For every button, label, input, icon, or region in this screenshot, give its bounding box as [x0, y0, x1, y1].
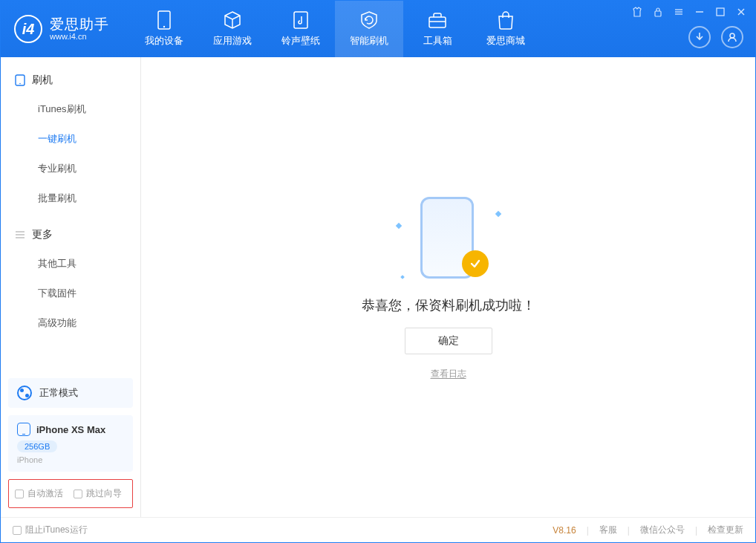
logo[interactable]: i4 爱思助手 www.i4.cn: [1, 15, 123, 43]
sidebar-group-more[interactable]: 更多: [1, 221, 140, 249]
window-controls: [630, 5, 748, 19]
minimize-button[interactable]: [693, 5, 706, 19]
footer: 阻止iTunes运行 V8.16 | 客服 | 微信公众号 | 检查更新: [1, 517, 755, 542]
success-illustration: [397, 194, 501, 283]
footer-link-update[interactable]: 检查更新: [708, 524, 743, 536]
footer-right: V8.16 | 客服 | 微信公众号 | 检查更新: [553, 524, 743, 536]
tab-toolbox[interactable]: 工具箱: [403, 1, 472, 57]
main-content: 恭喜您，保资料刷机成功啦！ 确定 查看日志: [141, 57, 755, 517]
sidebar-item-itunes-flash[interactable]: iTunes刷机: [1, 94, 140, 124]
account-button[interactable]: [721, 26, 743, 48]
lock-icon[interactable]: [651, 5, 665, 19]
sidebar-item-pro-flash[interactable]: 专业刷机: [1, 154, 140, 183]
app-window: i4 爱思助手 www.i4.cn 我的设备 应用游戏 铃声壁纸 智能刷机: [0, 0, 756, 543]
options-row: 自动激活 跳过向导: [8, 479, 133, 508]
toolbox-icon: [428, 10, 447, 30]
success-message: 恭喜您，保资料刷机成功啦！: [362, 296, 535, 314]
menu-icon[interactable]: [672, 5, 685, 19]
svg-rect-2: [294, 12, 307, 28]
tab-store[interactable]: 爱思商城: [472, 1, 540, 57]
app-title: 爱思助手: [50, 17, 109, 33]
sidebar-bottom: 正常模式 iPhone XS Max 256GB iPhone 自动激活: [1, 371, 140, 517]
shirt-icon[interactable]: [630, 5, 644, 19]
version-label: V8.16: [553, 525, 576, 536]
mode-card[interactable]: 正常模式: [8, 378, 133, 408]
tab-apps-games[interactable]: 应用游戏: [198, 1, 267, 57]
music-file-icon: [293, 10, 309, 30]
shield-refresh-icon: [359, 10, 379, 30]
checkbox-block-itunes[interactable]: 阻止iTunes运行: [13, 524, 88, 536]
cube-icon: [223, 10, 242, 30]
checkbox-icon: [74, 490, 82, 498]
list-icon: [14, 229, 26, 241]
footer-link-support[interactable]: 客服: [599, 524, 617, 536]
sparkle-icon: [400, 275, 405, 279]
tab-flash[interactable]: 智能刷机: [335, 1, 403, 57]
download-button[interactable]: [688, 26, 711, 48]
phone-icon: [157, 10, 171, 30]
sidebar-item-download-firmware[interactable]: 下载固件: [1, 279, 140, 308]
body: 刷机 iTunes刷机 一键刷机 专业刷机 批量刷机 更多 其他工具 下载固件 …: [1, 57, 755, 517]
tab-ringtone-wallpaper[interactable]: 铃声壁纸: [267, 1, 335, 57]
ok-button[interactable]: 确定: [405, 328, 492, 354]
device-name: iPhone XS Max: [36, 424, 105, 435]
device-storage-badge: 256GB: [17, 440, 57, 452]
device-type: iPhone: [17, 455, 124, 464]
checkbox-auto-activate[interactable]: 自动激活: [15, 487, 63, 500]
bag-icon: [497, 10, 515, 30]
main-tabs: 我的设备 应用游戏 铃声壁纸 智能刷机 工具箱 爱思商城: [130, 1, 540, 57]
checkbox-icon: [15, 490, 24, 498]
tab-my-device[interactable]: 我的设备: [130, 1, 198, 57]
svg-rect-3: [429, 17, 446, 27]
checkbox-icon: [13, 526, 22, 535]
logo-icon: i4: [14, 15, 42, 43]
mode-icon: [17, 386, 32, 400]
sidebar-item-batch-flash[interactable]: 批量刷机: [1, 183, 140, 213]
device-icon: [14, 74, 26, 86]
close-button[interactable]: [734, 5, 748, 19]
check-badge-icon: [462, 250, 489, 277]
svg-rect-10: [717, 8, 724, 16]
checkbox-skip-guide[interactable]: 跳过向导: [74, 487, 122, 500]
sidebar-group-flash[interactable]: 刷机: [1, 66, 140, 94]
sparkle-icon: [395, 223, 401, 229]
footer-link-wechat[interactable]: 微信公众号: [640, 524, 685, 536]
svg-point-15: [19, 83, 21, 85]
sparkle-icon: [495, 211, 501, 217]
sidebar-item-advanced[interactable]: 高级功能: [1, 308, 140, 338]
sidebar-item-other-tools[interactable]: 其他工具: [1, 249, 140, 279]
view-log-link[interactable]: 查看日志: [431, 368, 466, 380]
svg-point-13: [730, 33, 734, 38]
header: i4 爱思助手 www.i4.cn 我的设备 应用游戏 铃声壁纸 智能刷机: [1, 1, 755, 57]
device-card[interactable]: iPhone XS Max 256GB iPhone: [8, 415, 133, 472]
phone-small-icon: [17, 423, 30, 436]
maximize-button[interactable]: [714, 5, 727, 19]
sidebar-item-oneclick-flash[interactable]: 一键刷机: [1, 124, 140, 154]
svg-rect-5: [655, 11, 661, 16]
header-actions: [688, 26, 743, 48]
app-url: www.i4.cn: [50, 32, 109, 41]
svg-point-1: [163, 26, 165, 27]
sidebar: 刷机 iTunes刷机 一键刷机 专业刷机 批量刷机 更多 其他工具 下载固件 …: [1, 57, 141, 517]
